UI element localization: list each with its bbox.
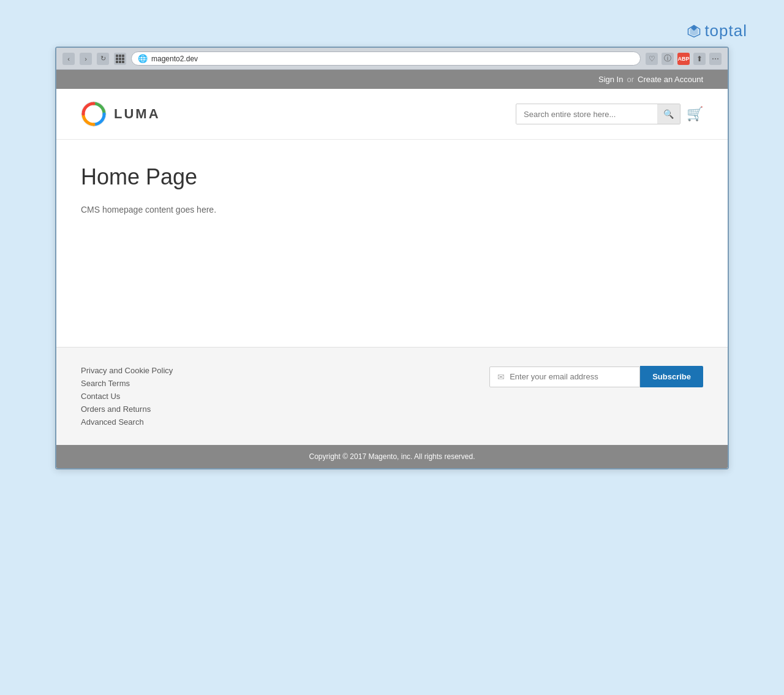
search-icon: 🔍 — [663, 109, 674, 119]
cart-icon: 🛒 — [687, 106, 703, 121]
browser-chrome: ‹ › ↻ 🌐 magento2.dev ♡ ⓘ ABP ⬆ ⋯ — [56, 48, 728, 70]
footer-links: Privacy and Cookie Policy Search Terms C… — [81, 366, 173, 427]
address-bar[interactable]: 🌐 magento2.dev — [131, 51, 641, 66]
refresh-button[interactable]: ↻ — [97, 53, 109, 65]
favorite-button[interactable]: ♡ — [646, 53, 658, 65]
footer-newsletter: ✉ Subscribe — [489, 366, 703, 387]
search-button[interactable]: 🔍 — [657, 104, 680, 124]
newsletter-email-input[interactable] — [510, 372, 632, 381]
copyright-text: Copyright © 2017 Magento, inc. All right… — [64, 452, 720, 461]
search-input[interactable] — [516, 105, 657, 124]
logo-area: LUMA — [81, 101, 160, 127]
footer-link-search-terms[interactable]: Search Terms — [81, 379, 173, 388]
site-footer: Privacy and Cookie Policy Search Terms C… — [56, 347, 728, 445]
luma-logo-icon — [81, 101, 107, 127]
back-button[interactable]: ‹ — [62, 53, 75, 65]
toptal-diamond-icon — [687, 25, 701, 38]
search-bar: 🔍 — [516, 104, 680, 124]
email-icon: ✉ — [497, 372, 505, 382]
forward-button[interactable]: › — [80, 53, 92, 65]
footer-link-privacy[interactable]: Privacy and Cookie Policy — [81, 366, 173, 375]
sign-in-link[interactable]: Sign In — [598, 75, 623, 84]
cart-button[interactable]: 🛒 — [687, 106, 703, 122]
newsletter-input-wrap: ✉ — [489, 366, 640, 387]
info-button[interactable]: ⓘ — [662, 53, 674, 65]
site-header: LUMA 🔍 🛒 — [56, 89, 728, 140]
footer-link-contact[interactable]: Contact Us — [81, 392, 173, 401]
toptal-logo-text: toptal — [704, 21, 747, 40]
site-wrapper: Sign In or Create an Account LU — [56, 70, 728, 468]
toptal-logo: toptal — [687, 21, 747, 40]
subscribe-button[interactable]: Subscribe — [640, 366, 703, 387]
footer-content: Privacy and Cookie Policy Search Terms C… — [81, 366, 703, 427]
main-content: Home Page CMS homepage content goes here… — [56, 140, 728, 347]
or-separator: or — [627, 75, 634, 84]
page-description: CMS homepage content goes here. — [81, 205, 703, 215]
logo-text: LUMA — [114, 106, 160, 122]
footer-bottom: Copyright © 2017 Magento, inc. All right… — [56, 445, 728, 468]
browser-window: ‹ › ↻ 🌐 magento2.dev ♡ ⓘ ABP ⬆ ⋯ Sign In… — [55, 47, 729, 469]
apps-button[interactable] — [114, 53, 126, 65]
share-button[interactable]: ⬆ — [693, 53, 706, 65]
footer-link-orders[interactable]: Orders and Returns — [81, 404, 173, 414]
globe-icon: 🌐 — [138, 54, 148, 63]
header-right: 🔍 🛒 — [516, 104, 703, 124]
more-button[interactable]: ⋯ — [709, 53, 722, 65]
create-account-link[interactable]: Create an Account — [638, 75, 703, 84]
top-bar: Sign In or Create an Account — [56, 70, 728, 89]
browser-actions: ♡ ⓘ ABP ⬆ ⋯ — [646, 53, 722, 65]
url-text: magento2.dev — [151, 55, 198, 63]
toptal-header: toptal — [24, 12, 760, 47]
adblock-button[interactable]: ABP — [677, 53, 690, 65]
page-title: Home Page — [81, 164, 703, 190]
footer-link-advanced-search[interactable]: Advanced Search — [81, 417, 173, 427]
svg-point-3 — [81, 102, 106, 126]
